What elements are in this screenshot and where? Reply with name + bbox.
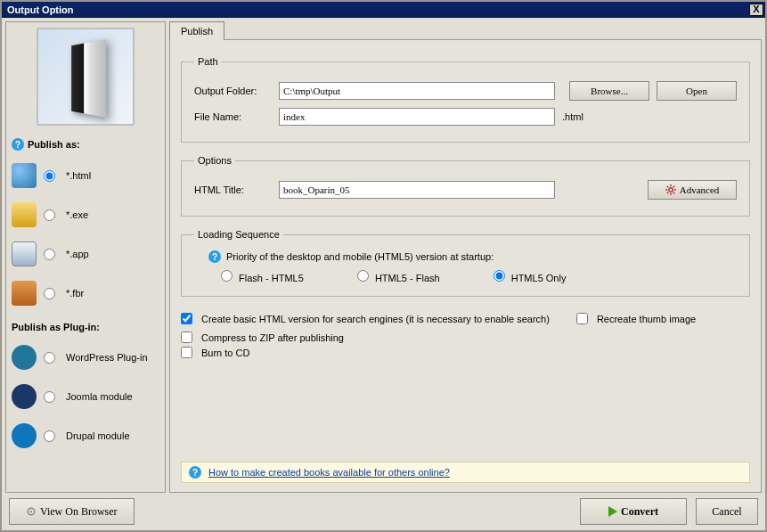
path-legend: Path xyxy=(194,56,222,67)
html-title-label: HTML Title: xyxy=(194,184,279,195)
options-group: Options HTML Title: Advanced xyxy=(181,155,750,217)
format-label: *.app xyxy=(66,249,89,259)
advanced-button[interactable]: Advanced xyxy=(648,180,737,200)
help-icon[interactable]: ? xyxy=(189,466,201,479)
fmt-wp-icon xyxy=(12,345,37,370)
check-compress-zip[interactable]: Compress to ZIP after publishing xyxy=(181,331,750,343)
help-icon[interactable]: ? xyxy=(12,138,24,151)
file-name-input[interactable] xyxy=(279,108,555,126)
publish-as-drupal[interactable]: Drupal module xyxy=(12,416,159,455)
path-group: Path Output Folder: Browse... Open File … xyxy=(181,56,750,143)
convert-button[interactable]: Convert xyxy=(580,498,687,525)
check-recreate-thumb[interactable]: Recreate thumb image xyxy=(576,313,696,324)
tab-publish[interactable]: Publish xyxy=(169,21,224,40)
loading-opt-html5-flash[interactable]: HTML5 - Flash xyxy=(357,270,440,283)
fmt-joomla-icon xyxy=(12,384,37,409)
fmt-exe-icon xyxy=(12,202,37,227)
help-callout: ? How to make created books available fo… xyxy=(181,462,750,483)
browse-button[interactable]: Browse... xyxy=(569,81,649,101)
publish-as-app[interactable]: *.app xyxy=(12,234,159,274)
loading-sequence-group: Loading Sequence ? Priority of the deskt… xyxy=(181,229,750,297)
play-icon xyxy=(608,506,617,517)
close-icon[interactable]: X xyxy=(749,4,763,16)
cancel-button[interactable]: Cancel xyxy=(696,498,758,525)
check-burn-cd[interactable]: Burn to CD xyxy=(181,347,750,358)
fmt-html-icon xyxy=(12,163,37,188)
fmt-app-icon xyxy=(12,241,37,266)
publish-as-label: Publish as: xyxy=(28,139,80,150)
svg-point-2 xyxy=(30,511,32,512)
book-preview-thumbnail xyxy=(37,28,135,126)
publish-tab-panel: Path Output Folder: Browse... Open File … xyxy=(169,39,762,493)
gear-icon xyxy=(665,184,676,195)
view-on-browser-button[interactable]: View On Browser xyxy=(9,498,135,525)
window-title: Output Option xyxy=(4,4,749,15)
publish-as-plugin-label: Publish as Plug-in: xyxy=(12,322,100,332)
publish-as-html[interactable]: *.html xyxy=(12,156,159,195)
fmt-drupal-icon xyxy=(12,423,37,448)
format-label: *.fbr xyxy=(66,288,84,299)
fmt-fbr-icon xyxy=(12,281,37,306)
file-ext-label: .html xyxy=(562,111,583,122)
check-create-basic-html[interactable]: Create basic HTML version for search eng… xyxy=(181,313,550,324)
html-title-input[interactable] xyxy=(279,181,555,199)
loading-priority-text: Priority of the desktop and mobile (HTML… xyxy=(226,251,494,262)
file-name-label: File Name: xyxy=(194,111,279,122)
open-button[interactable]: Open xyxy=(657,81,737,101)
loading-legend: Loading Sequence xyxy=(194,229,283,240)
loading-opt-html5-only[interactable]: HTML5 Only xyxy=(494,270,567,283)
publish-options-panel: ? Publish as: *.html*.exe*.app*.fbr Publ… xyxy=(5,21,166,493)
loading-opt-flash-html5[interactable]: Flash - HTML5 xyxy=(221,270,304,283)
publish-as-wordpress[interactable]: WordPress Plug-in xyxy=(12,338,159,377)
plugin-label: WordPress Plug-in xyxy=(66,352,148,363)
publish-as-joomla[interactable]: Joomla module xyxy=(12,377,159,416)
publish-as-exe[interactable]: *.exe xyxy=(12,195,159,234)
svg-point-0 xyxy=(668,188,673,192)
format-label: *.exe xyxy=(66,209,88,220)
help-icon[interactable]: ? xyxy=(208,250,221,263)
gear-icon xyxy=(26,506,37,517)
output-folder-input[interactable] xyxy=(279,82,555,100)
publish-as-fbr[interactable]: *.fbr xyxy=(12,274,159,313)
format-label: *.html xyxy=(66,170,91,181)
help-link[interactable]: How to make created books available for … xyxy=(208,467,450,478)
options-legend: Options xyxy=(194,155,235,166)
output-folder-label: Output Folder: xyxy=(194,86,279,96)
plugin-label: Drupal module xyxy=(66,430,130,441)
plugin-label: Joomla module xyxy=(66,391,133,402)
